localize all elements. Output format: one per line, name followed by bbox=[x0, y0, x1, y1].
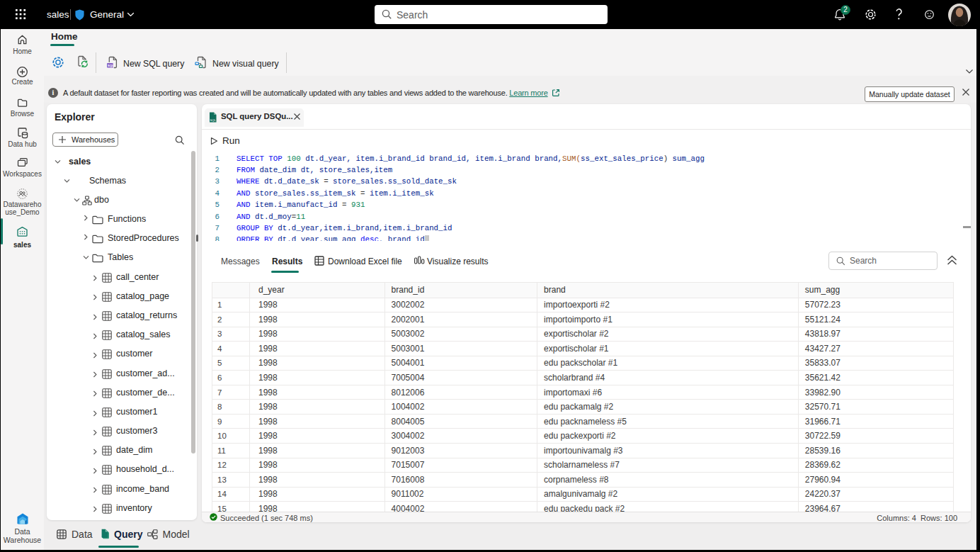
svg-text:SQL: SQL bbox=[108, 64, 114, 67]
svg-text:SQL: SQL bbox=[210, 118, 217, 122]
